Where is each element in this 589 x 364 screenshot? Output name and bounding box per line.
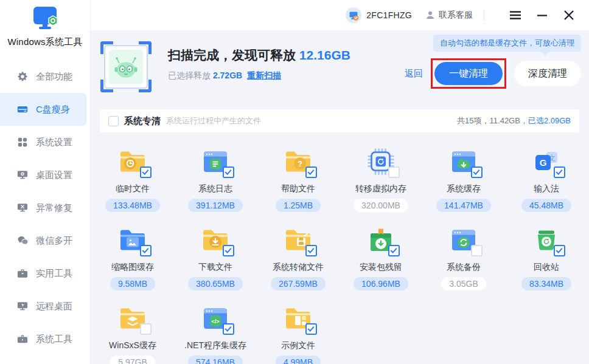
monitor-repair-icon <box>17 202 28 213</box>
sidebar-item-5[interactable]: 异常修复 <box>0 191 90 224</box>
sidebar-item-3[interactable]: 系统设置 <box>0 126 90 159</box>
briefcase-icon <box>17 334 28 345</box>
rescan-link[interactable]: 重新扫描 <box>247 70 281 80</box>
drive-icon <box>17 104 28 115</box>
svg-text:?: ? <box>298 159 302 168</box>
cleanup-item-2[interactable]: 系统日志391.12MB <box>174 140 257 218</box>
cleanup-item-7[interactable]: 缩略图缓存9.58MB <box>91 218 174 297</box>
one-click-clean-button[interactable]: 一键清理 <box>434 62 503 85</box>
back-link[interactable]: 返回 <box>405 68 423 80</box>
sidebar-item-label: 系统设置 <box>36 137 72 148</box>
cleanup-item-8[interactable]: 下载文件380.65MB <box>174 218 257 297</box>
cleanup-item-11[interactable]: 系统备份3.05GB <box>422 218 505 297</box>
minimize-button[interactable] <box>534 7 550 23</box>
clean-button-highlight: 一键清理 <box>431 58 506 89</box>
sidebar-item-label: 微信多开 <box>36 235 72 247</box>
cleanup-item-10[interactable]: 安装包残留106.96MB <box>340 218 422 297</box>
item-size-badge: 267.59MB <box>271 277 326 290</box>
item-checkbox[interactable] <box>554 167 565 178</box>
svg-text:</>: </> <box>211 318 219 325</box>
sidebar-item-8[interactable]: 远程桌面 <box>0 290 90 323</box>
folder-thumbnail-icon <box>117 224 148 256</box>
folder-clock-icon <box>117 146 148 177</box>
app-logo: Windows系统工具 <box>0 0 90 48</box>
item-label: 临时文件 <box>116 184 150 194</box>
cleanup-item-12[interactable]: 回收站83.34MB <box>505 218 588 297</box>
item-checkbox[interactable] <box>471 167 483 178</box>
window-backup-icon <box>448 224 479 256</box>
menu-button[interactable] <box>507 7 523 23</box>
item-checkbox[interactable] <box>554 245 565 256</box>
sidebar-item-9[interactable]: 系统工具 <box>0 323 90 355</box>
item-checkbox[interactable] <box>223 323 234 335</box>
folder-download-icon <box>200 224 231 256</box>
cleanup-items-grid: 临时文件133.48MB系统日志391.12MB?帮助文件1.25MB转移虚拟内… <box>90 132 589 364</box>
item-checkbox[interactable] <box>140 245 152 256</box>
item-label: 输入法 <box>534 184 559 194</box>
selected-stats[interactable]: 已选2.09GB <box>528 116 571 125</box>
item-label: 帮助文件 <box>281 184 315 194</box>
input-method-icon: 文G <box>531 146 562 177</box>
item-label: 缩略图缓存 <box>111 262 154 273</box>
item-checkbox[interactable] <box>140 167 152 178</box>
cleanup-item-5[interactable]: 系统缓存141.47MB <box>422 140 505 218</box>
item-checkbox[interactable] <box>388 167 400 178</box>
cleanup-item-1[interactable]: 临时文件133.48MB <box>91 140 174 218</box>
svg-text:G: G <box>540 157 547 168</box>
sidebar-item-2[interactable]: C盘瘦身 <box>0 93 86 126</box>
item-label: 系统日志 <box>198 184 232 194</box>
window-log-icon <box>200 146 231 177</box>
app-logo-icon <box>30 6 60 32</box>
folder-question-icon: ? <box>282 146 314 177</box>
sidebar-item-7[interactable]: 实用工具 <box>0 257 90 290</box>
cleanup-item-9[interactable]: 系统转储文件267.59MB <box>257 218 340 297</box>
item-checkbox[interactable] <box>305 167 317 178</box>
item-checkbox[interactable] <box>471 245 483 256</box>
sidebar-item-6[interactable]: 微信多开 <box>0 224 90 257</box>
titlebar: 2FC1FHZG 联系客服 <box>90 0 589 30</box>
scan-result-subtitle: 已选择释放 2.72GB重新扫描 <box>168 70 350 81</box>
item-label: 系统缓存 <box>447 184 481 194</box>
cleanup-item-14[interactable]: </>.NET程序集缓存574.16MB <box>174 297 257 364</box>
titlebar-divider <box>484 10 484 21</box>
item-size-badge: 1.25MB <box>276 199 321 212</box>
cleanup-item-6[interactable]: 文G输入法45.48MB <box>505 140 588 218</box>
window-code-icon: </> <box>200 303 231 334</box>
wechat-icon <box>17 235 28 246</box>
close-icon <box>562 9 576 22</box>
main-content: 扫描完成，发现可释放 12.16GB 已选择释放 2.72GB重新扫描 自动勾选… <box>90 30 589 364</box>
cleanup-item-4[interactable]: 转移虚拟内存320.00MB <box>340 140 422 218</box>
item-checkbox[interactable] <box>223 245 234 256</box>
folder-dump-icon <box>282 224 314 256</box>
item-checkbox[interactable] <box>388 245 400 256</box>
item-size-badge: 133.48MB <box>105 199 160 212</box>
item-checkbox[interactable] <box>305 323 317 335</box>
cleanup-item-3[interactable]: ?帮助文件1.25MB <box>257 140 340 218</box>
select-all-checkbox[interactable] <box>108 116 119 126</box>
tooltip-caret <box>541 51 549 55</box>
sidebar-item-label: 远程桌面 <box>36 301 72 312</box>
item-size-badge: 45.48MB <box>521 199 571 212</box>
scan-result-header: 扫描完成，发现可释放 12.16GB 已选择释放 2.72GB重新扫描 自动勾选… <box>90 30 589 109</box>
cleanup-item-13[interactable]: WinSxS缓存5.97GB <box>91 297 174 364</box>
contact-support-button[interactable]: 联系客服 <box>425 10 473 21</box>
sidebar-item-label: 桌面设置 <box>36 170 72 181</box>
sidebar-item-label: 全部功能 <box>36 71 72 83</box>
item-label: 示例文件 <box>281 340 315 351</box>
item-checkbox[interactable] <box>305 245 317 256</box>
sidebar-item-4[interactable]: 桌面设置 <box>0 159 90 191</box>
license-chip[interactable]: 2FC1FHZG <box>346 7 412 23</box>
license-code: 2FC1FHZG <box>366 10 412 20</box>
gear-icon <box>17 71 28 82</box>
selected-release-size: 2.72GB <box>213 70 242 80</box>
sidebar-item-1[interactable]: 全部功能 <box>0 60 90 93</box>
cleanup-item-15[interactable]: 示例文件4.99MB <box>257 297 340 364</box>
item-checkbox[interactable] <box>223 167 234 178</box>
deep-clean-button[interactable]: 深度清理 <box>514 61 581 86</box>
close-button[interactable] <box>561 7 577 23</box>
item-label: 转移虚拟内存 <box>355 184 406 194</box>
memory-chip-icon <box>365 146 397 177</box>
item-label: .NET程序集缓存 <box>184 340 246 351</box>
sidebar: Windows系统工具 全部功能C盘瘦身系统设置桌面设置异常修复微信多开实用工具… <box>0 0 91 364</box>
item-checkbox[interactable] <box>140 323 152 335</box>
